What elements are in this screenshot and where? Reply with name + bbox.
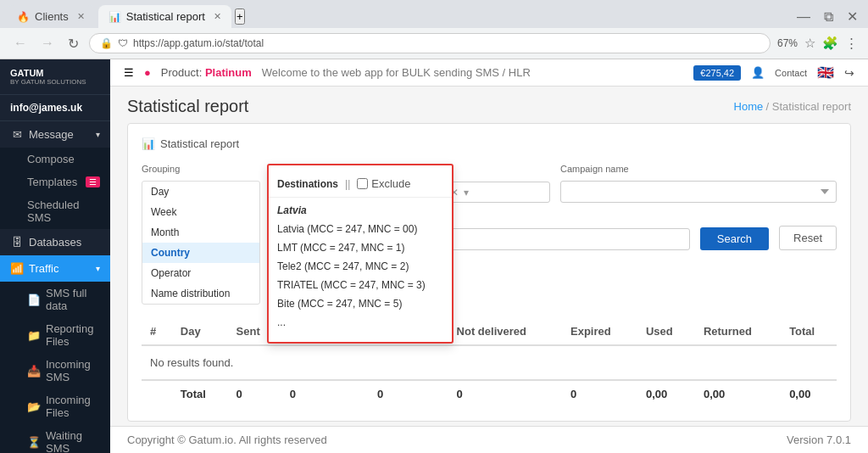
incoming-files-icon: 📂 — [27, 400, 41, 413]
back-button[interactable]: ← — [10, 34, 31, 53]
reset-button[interactable]: Reset — [779, 226, 837, 250]
new-tab-button[interactable]: + — [235, 8, 245, 25]
logo-text: GATUM — [10, 68, 100, 78]
reload-button[interactable]: ↻ — [64, 34, 82, 53]
total-sent-cell: 0 — [228, 380, 281, 407]
tab-clients[interactable]: 🔥 Clients ✕ — [7, 5, 95, 28]
popup-header: Destinations || Exclude — [269, 172, 452, 198]
page-title: Statistical report — [127, 97, 248, 116]
sidebar-subitem-compose[interactable]: Compose — [0, 148, 110, 171]
lock-icon: 🔒 — [100, 37, 113, 49]
incoming-sms-label: Incoming SMS — [46, 358, 100, 383]
popup-item-triatel[interactable]: TRIATEL (MCC = 247, MNC = 3) — [269, 276, 452, 294]
no-results-cell: No results found. — [142, 345, 837, 380]
sidebar-logo: GATUM BY GATUM SOLUTIONS — [0, 59, 110, 95]
total-pending-cell: 0 — [369, 380, 448, 407]
breadcrumb-sep: / — [766, 100, 772, 113]
breadcrumb: Home / Statistical report — [734, 100, 851, 113]
sidebar-subitem-templates[interactable]: Templates ☰ — [0, 171, 110, 193]
waiting-label: Waiting SMS — [46, 429, 100, 453]
exclude-label[interactable]: Exclude — [357, 177, 410, 190]
extensions-button[interactable]: 🧩 — [822, 36, 838, 51]
popup-item-latvia-header: Latvia — [269, 201, 452, 220]
welcome-message: Welcome to the web app for BULK sending … — [262, 66, 684, 79]
logo-sub: BY GATUM SOLUTIONS — [10, 78, 100, 86]
incoming-sms-icon: 📥 — [27, 365, 41, 378]
destinations-popup: Destinations || Exclude Latvia Latvia (M… — [267, 164, 453, 344]
table-header-row: # Day Sent Delivered Pending Not deliver… — [142, 318, 837, 345]
grouping-item-day[interactable]: Day — [142, 182, 259, 202]
filters-row: Grouping Day Week Month Country Operator… — [142, 164, 837, 305]
page-header: Statistical report Home / Statistical re… — [110, 87, 868, 123]
exclude-text: Exclude — [371, 177, 410, 190]
sidebar-subitem-reporting[interactable]: 📁 Reporting Files — [0, 317, 110, 353]
grouping-item-month[interactable]: Month — [142, 222, 259, 243]
sidebar-item-message[interactable]: ✉ Message ▾ — [0, 121, 110, 148]
tab-clients-close[interactable]: ✕ — [77, 11, 85, 22]
traffic-icon: 📶 — [10, 262, 24, 275]
copyright-text: Copyright © Gatum.io. All rights reserve… — [127, 433, 327, 446]
secure-icon: 🛡 — [118, 37, 128, 49]
col-not-delivered: Not delivered — [448, 318, 562, 345]
total-returned-cell: 0,00 — [695, 380, 781, 407]
sidebar-item-databases[interactable]: 🗄 Databases — [0, 229, 110, 255]
main: ☰ ● Product: Platinum Welcome to the web… — [110, 59, 868, 453]
restore-button[interactable]: ⧉ — [821, 7, 837, 26]
exclude-checkbox[interactable] — [357, 178, 368, 189]
address-bar[interactable]: 🔒 🛡 https://app.gatum.io/stat/total — [89, 33, 771, 53]
hamburger-icon[interactable]: ☰ — [124, 66, 134, 79]
bookmark-button[interactable]: ☆ — [804, 36, 815, 51]
popup-item-latvia-all[interactable]: Latvia (MCC = 247, MNC = 00) — [269, 220, 452, 238]
top-nav: ☰ ● Product: Platinum Welcome to the web… — [110, 59, 868, 87]
window-close-button[interactable]: ✕ — [843, 7, 861, 26]
sidebar-subitem-waiting[interactable]: ⏳ Waiting SMS — [0, 424, 110, 453]
forward-button[interactable]: → — [37, 34, 58, 53]
grouping-item-week[interactable]: Week — [142, 202, 259, 222]
sidebar-item-databases-label: Databases — [29, 236, 81, 249]
breadcrumb-home-link[interactable]: Home — [734, 100, 764, 113]
table-header: # Day Sent Delivered Pending Not deliver… — [142, 318, 837, 345]
total-day-cell: Total — [172, 380, 228, 407]
address-url: https://app.gatum.io/stat/total — [133, 37, 264, 49]
destinations-title: Destinations — [277, 178, 338, 190]
grouping-item-operator[interactable]: Operator — [142, 263, 259, 283]
no-results-row: No results found. — [142, 345, 837, 380]
sidebar-subitem-incoming-files[interactable]: 📂 Incoming Files — [0, 389, 110, 424]
contact-link[interactable]: Contact — [775, 68, 807, 78]
grouping-group: Grouping Day Week Month Country Operator… — [142, 164, 260, 305]
flag-icon[interactable]: 🇬🇧 — [817, 64, 834, 81]
chart-icon: 📊 — [142, 137, 155, 150]
sidebar-subitem-sms-full[interactable]: 📄 SMS full data — [0, 282, 110, 317]
total-expired-cell: 0 — [562, 380, 637, 407]
sidebar-subitem-incoming-sms[interactable]: 📥 Incoming SMS — [0, 353, 110, 389]
incoming-files-label: Incoming Files — [46, 394, 100, 419]
menu-button[interactable]: ⋮ — [845, 36, 858, 51]
templates-badge: ☰ — [86, 176, 100, 187]
campaign-group: Campaign name — [560, 164, 837, 203]
popup-item-more[interactable]: ... — [269, 313, 452, 332]
sms-full-icon: 📄 — [27, 294, 41, 306]
period-arrow-icon[interactable]: ▾ — [464, 187, 469, 199]
search-button[interactable]: Search — [700, 227, 769, 250]
minimize-button[interactable]: — — [793, 7, 814, 26]
tab-stat-close[interactable]: ✕ — [214, 11, 221, 22]
reporting-label: Reporting Files — [46, 322, 100, 348]
product-label: Product: Platinum — [161, 66, 252, 79]
total-row: Total 0 0 0 0 0 0,00 0,00 0,00 — [142, 380, 837, 407]
popup-item-lmt[interactable]: LMT (MCC = 247, MNC = 1) — [269, 238, 452, 257]
logout-button[interactable]: ↪ — [844, 66, 854, 80]
sms-full-label: SMS full data — [46, 287, 100, 312]
sidebar-item-traffic[interactable]: 📶 Traffic ▾ — [0, 255, 110, 282]
campaign-select[interactable] — [560, 181, 837, 203]
popup-item-tele2[interactable]: Tele2 (MCC = 247, MNC = 2) — [269, 257, 452, 276]
table-body: No results found. Total 0 0 0 0 0 0,00 0… — [142, 345, 837, 407]
tab-stat[interactable]: 📊 Statistical report ✕ — [98, 5, 231, 28]
grouping-item-country[interactable]: Country — [142, 243, 259, 263]
product-dot-icon: ● — [144, 66, 151, 79]
sidebar-subitem-scheduled[interactable]: Scheduled SMS — [0, 193, 110, 229]
popup-list: Latvia Latvia (MCC = 247, MNC = 00) LMT … — [269, 198, 452, 335]
grouping-item-name-dist[interactable]: Name distribution — [142, 283, 259, 304]
sidebar-item-message-label: Message — [29, 128, 74, 141]
message-arrow-icon: ▾ — [96, 130, 100, 139]
popup-item-bite[interactable]: Bite (MCC = 247, MNC = 5) — [269, 294, 452, 313]
